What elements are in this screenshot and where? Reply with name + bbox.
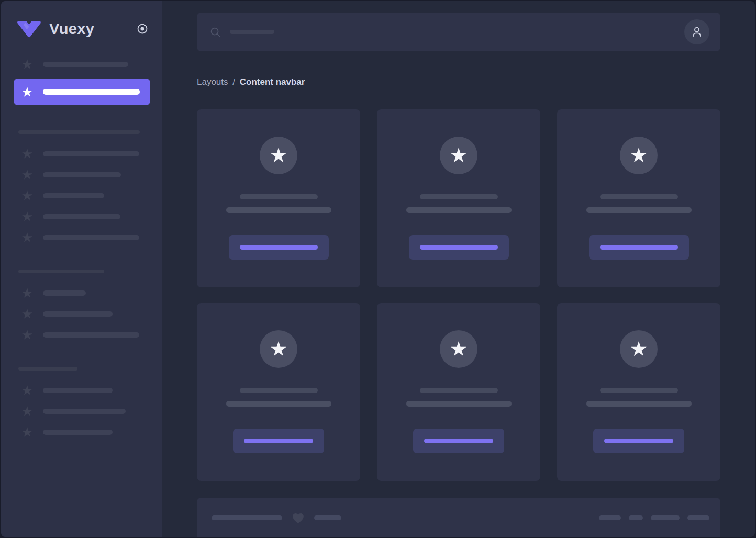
card-action-button[interactable]	[409, 235, 509, 260]
star-icon	[21, 426, 34, 439]
search-placeholder-bar	[230, 30, 274, 34]
menu-label-bar	[43, 235, 139, 240]
button-label-bar	[240, 245, 318, 250]
vuexy-logo-icon	[17, 20, 41, 38]
button-label-bar	[604, 439, 673, 443]
brand-header: Vuexy	[1, 1, 162, 40]
card-action-button[interactable]	[233, 429, 324, 453]
footer-placeholder-bar	[651, 515, 680, 520]
brand-name: Vuexy	[49, 20, 94, 38]
star-icon	[21, 231, 34, 244]
footer-placeholder-bar	[599, 515, 621, 520]
button-label-bar	[244, 439, 313, 443]
star-icon	[21, 86, 34, 98]
footer-left-group	[212, 512, 341, 523]
card-action-button[interactable]	[413, 429, 504, 453]
footer-placeholder-bar	[629, 515, 643, 520]
card-action-button[interactable]	[593, 429, 684, 453]
star-icon	[21, 287, 34, 299]
menu-label-bar	[43, 172, 121, 177]
button-label-bar	[424, 439, 493, 443]
menu-pin-toggle-icon[interactable]	[136, 23, 149, 35]
sidebar-item[interactable]	[14, 286, 150, 300]
menu-label-bar	[43, 214, 120, 219]
star-icon	[21, 148, 34, 160]
sidebar-item[interactable]	[14, 189, 150, 203]
card-subtitle-bar	[586, 401, 692, 407]
footer-placeholder-bar	[314, 515, 341, 520]
breadcrumb-parent[interactable]: Layouts	[197, 77, 228, 87]
card-subtitle-bar	[406, 207, 512, 213]
card-avatar	[260, 330, 297, 368]
card-title-bar	[240, 194, 318, 199]
search-icon	[209, 26, 221, 38]
star-icon	[21, 329, 34, 341]
sidebar-item[interactable]	[14, 405, 150, 418]
app-window: Vuexy	[0, 0, 756, 538]
sidebar-item[interactable]	[14, 328, 150, 342]
sidebar-item[interactable]	[14, 384, 150, 397]
menu-label-bar	[43, 290, 86, 296]
footer	[197, 498, 720, 537]
card-grid	[197, 109, 720, 481]
star-icon	[449, 340, 468, 358]
card-avatar	[260, 137, 297, 174]
demo-card	[197, 109, 360, 287]
search-navbar	[197, 13, 720, 51]
menu-label-bar	[43, 89, 140, 95]
card-avatar	[620, 330, 658, 368]
menu-section-header-bar	[18, 367, 77, 371]
button-label-bar	[600, 245, 678, 250]
footer-placeholder-bar	[212, 515, 282, 520]
menu-label-bar	[43, 151, 139, 156]
sidebar-item-active[interactable]	[14, 79, 150, 105]
breadcrumb-current: Content navbar	[240, 77, 305, 87]
menu-section-header-bar	[18, 130, 140, 134]
search-input[interactable]	[209, 26, 274, 38]
menu-label-bar	[43, 332, 139, 338]
demo-card	[377, 303, 540, 481]
demo-card	[197, 303, 360, 481]
card-action-button[interactable]	[589, 235, 689, 260]
breadcrumb-separator: /	[232, 77, 235, 87]
menu-label-bar	[43, 388, 113, 393]
sidebar-item[interactable]	[14, 307, 150, 321]
card-avatar	[440, 330, 477, 368]
star-icon	[21, 405, 34, 418]
card-avatar	[440, 137, 477, 174]
star-icon	[269, 146, 288, 165]
card-title-bar	[240, 388, 318, 393]
breadcrumb: Layouts / Content navbar	[197, 76, 720, 87]
sidebar: Vuexy	[1, 1, 162, 537]
sidebar-item[interactable]	[14, 168, 150, 182]
menu-label-bar	[43, 193, 104, 198]
sidebar-item[interactable]	[14, 58, 150, 71]
star-icon	[21, 58, 34, 71]
demo-card	[377, 109, 540, 287]
menu-label-bar	[43, 430, 113, 435]
footer-right-group	[599, 512, 709, 523]
footer-placeholder-bar	[687, 515, 709, 520]
card-title-bar	[600, 194, 678, 199]
demo-card	[557, 303, 720, 481]
star-icon	[629, 146, 648, 165]
star-icon	[21, 384, 34, 397]
user-avatar-button[interactable]	[684, 19, 709, 44]
button-label-bar	[420, 245, 498, 250]
sidebar-item[interactable]	[14, 147, 150, 161]
person-icon	[690, 25, 704, 39]
brand[interactable]: Vuexy	[17, 20, 94, 38]
star-icon	[21, 189, 34, 202]
sidebar-item[interactable]	[14, 210, 150, 223]
star-icon	[269, 340, 288, 358]
card-title-bar	[600, 388, 678, 393]
card-action-button[interactable]	[229, 235, 329, 260]
sidebar-item[interactable]	[14, 425, 150, 439]
card-subtitle-bar	[586, 207, 692, 213]
card-title-bar	[420, 388, 498, 393]
menu-label-bar	[43, 311, 113, 317]
menu-label-bar	[43, 62, 128, 67]
sidebar-item[interactable]	[14, 231, 150, 244]
card-avatar	[620, 137, 658, 174]
card-subtitle-bar	[226, 401, 331, 407]
